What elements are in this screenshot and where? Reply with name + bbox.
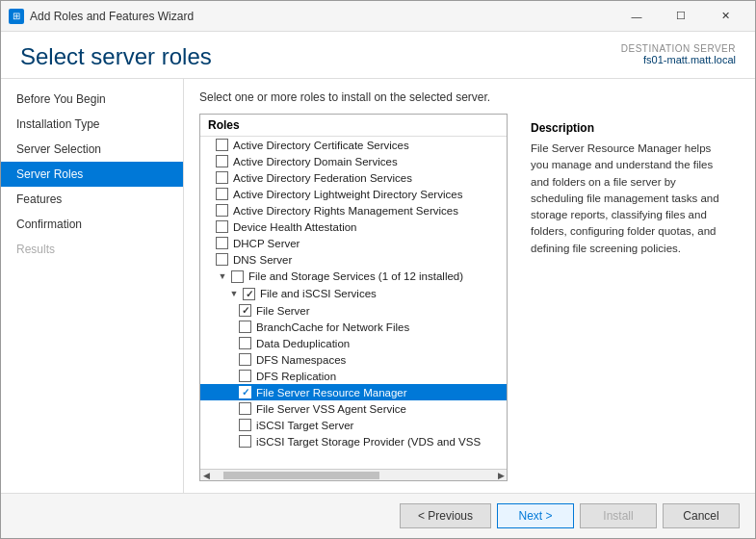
checkbox-adds[interactable] [216,155,228,167]
role-item-file-storage[interactable]: ▼ File and Storage Services (1 of 12 ins… [200,268,507,285]
destination-value: fs01-matt.matt.local [621,54,736,65]
sidebar-item-installation-type[interactable]: Installation Type [1,112,183,137]
role-item-dfs-rep[interactable]: DFS Replication [200,368,507,384]
maximize-button[interactable]: ☐ [659,1,703,32]
role-item-dns[interactable]: DNS Server [200,251,507,268]
checkbox-fsvss[interactable] [239,402,251,415]
role-item-adfs[interactable]: Active Directory Federation Services [200,169,507,186]
titlebar: ⊞ Add Roles and Features Wizard — ☐ ✕ [1,1,755,32]
role-item-file-server[interactable]: File Server [200,302,507,319]
sidebar-item-confirmation[interactable]: Confirmation [1,212,183,237]
checkbox-fsrm[interactable] [239,386,251,398]
role-item-adrms[interactable]: Active Directory Rights Management Servi… [200,202,507,218]
checkbox-file-server[interactable] [239,304,251,317]
main-description: Select one or more roles to install on t… [199,90,740,104]
sidebar-item-results: Results [1,237,183,262]
roles-list-header: Roles [200,115,507,137]
role-item-fsrm[interactable]: File Server Resource Manager [200,384,507,400]
role-item-device-health[interactable]: Device Health Attestation [200,218,507,235]
checkbox-iscsi-storage[interactable] [239,435,251,448]
expand-arrow-file-iscsi[interactable]: ▼ [227,287,241,300]
checkbox-adfs[interactable] [216,171,228,184]
checkbox-dns[interactable] [216,253,228,266]
wizard-window: ⊞ Add Roles and Features Wizard — ☐ ✕ Se… [0,0,756,539]
checkbox-dhcp[interactable] [216,237,228,249]
window-title: Add Roles and Features Wizard [30,10,614,23]
description-panel: Description File Server Resource Manager… [519,114,740,481]
close-button[interactable]: ✕ [703,1,747,32]
content-area: Before You Begin Installation Type Serve… [1,79,755,493]
sidebar-item-server-roles[interactable]: Server Roles [1,162,183,187]
sidebar-item-features[interactable]: Features [1,187,183,212]
role-item-iscsi-storage[interactable]: iSCSI Target Storage Provider (VDS and V… [200,433,507,449]
checkbox-branchcache[interactable] [239,321,251,333]
checkbox-dfs-rep[interactable] [239,370,251,382]
footer: < Previous Next > Install Cancel [1,493,755,538]
checkbox-device-health[interactable] [216,220,228,233]
next-button[interactable]: Next > [497,503,574,528]
roles-panel: Roles Active Directory Certificate Servi… [199,114,740,481]
sidebar: Before You Begin Installation Type Serve… [1,79,184,493]
cancel-button[interactable]: Cancel [663,503,740,528]
checkbox-adrms[interactable] [216,204,228,217]
roles-list-scroll[interactable]: Active Directory Certificate Services Ac… [200,137,507,469]
expand-arrow-file-storage[interactable]: ▼ [216,270,229,283]
previous-button[interactable]: < Previous [400,503,491,528]
checkbox-iscsi-target[interactable] [239,419,251,431]
role-item-dfs-ns[interactable]: DFS Namespaces [200,351,507,368]
destination-server-info: DESTINATION SERVER fs01-matt.matt.local [621,43,736,65]
sidebar-item-before-you-begin[interactable]: Before You Begin [1,87,183,112]
destination-label: DESTINATION SERVER [621,43,736,54]
role-item-file-iscsi[interactable]: ▼ File and iSCSI Services [200,285,507,302]
role-item-data-dedup[interactable]: Data Deduplication [200,335,507,351]
checkbox-file-iscsi[interactable] [243,288,255,300]
roles-list-container: Roles Active Directory Certificate Servi… [199,114,508,481]
window-controls: — ☐ ✕ [614,1,747,32]
description-text: File Server Resource Manager helps you m… [531,141,728,257]
role-item-iscsi-target[interactable]: iSCSI Target Server [200,417,507,433]
header-bar: Select server roles DESTINATION SERVER f… [1,32,755,79]
checkbox-adcs[interactable] [216,139,228,151]
role-item-adcs[interactable]: Active Directory Certificate Services [200,137,507,153]
scrollbar-track [223,472,483,479]
app-icon: ⊞ [9,9,24,24]
minimize-button[interactable]: — [614,1,659,32]
scroll-right-arrow[interactable]: ▶ [495,471,507,480]
horizontal-scrollbar[interactable]: ◀ ▶ [200,469,507,480]
checkbox-adlds[interactable] [216,188,228,200]
role-item-branchcache[interactable]: BranchCache for Network Files [200,319,507,335]
checkbox-dfs-ns[interactable] [239,353,251,366]
role-item-fsvss[interactable]: File Server VSS Agent Service [200,400,507,417]
page-title: Select server roles [20,43,212,70]
checkbox-file-storage[interactable] [231,270,244,283]
main-content: Select one or more roles to install on t… [184,79,755,493]
description-title: Description [531,121,728,135]
scrollbar-thumb [223,472,379,479]
sidebar-item-server-selection[interactable]: Server Selection [1,137,183,162]
scroll-left-arrow[interactable]: ◀ [200,471,212,480]
checkbox-data-dedup[interactable] [239,337,251,349]
role-item-adlds[interactable]: Active Directory Lightweight Directory S… [200,186,507,202]
role-item-dhcp[interactable]: DHCP Server [200,235,507,251]
install-button: Install [580,503,657,528]
role-item-adds[interactable]: Active Directory Domain Services [200,153,507,169]
